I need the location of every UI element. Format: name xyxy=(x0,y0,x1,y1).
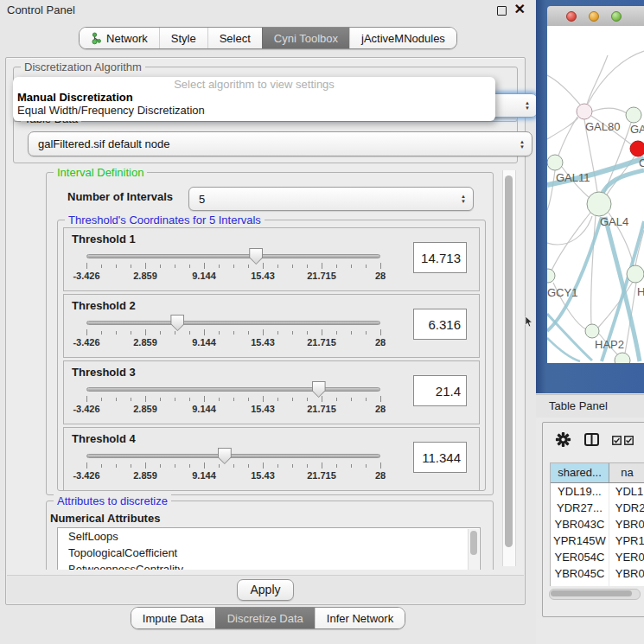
table-cell[interactable]: YBR045C xyxy=(551,565,609,582)
slider-track[interactable] xyxy=(86,454,380,458)
minimize-traffic-light-icon[interactable] xyxy=(589,11,599,22)
threshold-value-field[interactable]: 6.316 xyxy=(413,309,467,340)
split-panel-icon[interactable] xyxy=(584,433,599,449)
network-edge[interactable] xyxy=(547,170,555,210)
network-node-gal80[interactable] xyxy=(577,104,592,119)
tab-style[interactable]: Style xyxy=(159,28,207,48)
tick-label: -3.426 xyxy=(73,337,99,348)
table-data-combobox[interactable]: galFiltered.sif default node ▲▼ xyxy=(28,131,532,156)
network-edge[interactable] xyxy=(588,51,644,104)
table-cell[interactable]: YDR2 xyxy=(609,500,644,516)
column-header-na[interactable]: na xyxy=(609,463,644,482)
table-cell[interactable]: YER054C xyxy=(551,549,609,565)
network-edge[interactable] xyxy=(547,118,578,139)
main-vertical-scrollbar[interactable] xyxy=(502,170,516,566)
threshold-slider[interactable]: -3.4262.8599.14415.4321.71528 xyxy=(86,449,380,480)
threshold-slider[interactable]: -3.4262.8599.14415.4321.71528 xyxy=(86,382,380,413)
table-cell[interactable]: YPR1 xyxy=(609,532,644,549)
network-edge[interactable] xyxy=(592,108,627,113)
slider-tick-labels: -3.4262.8599.14415.4321.71528 xyxy=(86,271,380,281)
attribute-item-selfloops[interactable]: SelfLoops xyxy=(58,528,480,545)
dropdown-placeholder-item[interactable]: Select algorithm to view settings xyxy=(13,78,495,91)
tab-discretize-data[interactable]: Discretize Data xyxy=(215,608,315,628)
threshold-slider[interactable]: -3.4262.8599.14415.4321.71528 xyxy=(86,316,380,347)
number-of-intervals-combobox[interactable]: 5 ▲▼ xyxy=(188,187,474,211)
scrollbar-thumb[interactable] xyxy=(470,531,477,555)
checkbox-icon[interactable] xyxy=(624,435,634,448)
dropdown-option-equal-width[interactable]: Equal Width/Frequency Discretization xyxy=(13,104,495,117)
network-node-gal4[interactable] xyxy=(587,192,611,216)
list-vertical-scrollbar[interactable] xyxy=(468,529,479,570)
table-row[interactable]: YBL079WYBL0 xyxy=(551,582,644,586)
table-row[interactable]: YBR045CYBR0 xyxy=(551,565,644,582)
table-horizontal-scrollbar[interactable] xyxy=(549,589,641,600)
table-cell[interactable]: YDL1 xyxy=(609,483,644,500)
close-icon[interactable]: ✕ xyxy=(514,1,526,17)
table-cell[interactable]: YBR0 xyxy=(609,565,644,582)
slider-track[interactable] xyxy=(86,254,380,258)
slider-track[interactable] xyxy=(86,321,380,325)
tab-impute-data[interactable]: Impute Data xyxy=(131,608,215,628)
close-traffic-light-icon[interactable] xyxy=(566,11,577,22)
float-window-icon[interactable] xyxy=(497,6,507,16)
slider-track[interactable] xyxy=(86,387,380,392)
network-edge[interactable] xyxy=(547,75,580,105)
checkbox-icon[interactable] xyxy=(612,435,622,448)
numerical-attributes-list[interactable]: SelfLoopsTopologicalCoefficientBetweenne… xyxy=(57,527,481,570)
column-header-shared[interactable]: shared... xyxy=(551,463,609,482)
network-edge[interactable] xyxy=(587,55,608,105)
table-panel-titlebar: Table Panel xyxy=(536,394,644,418)
network-edge-highlighted[interactable] xyxy=(547,314,592,360)
table-cell[interactable]: YER0 xyxy=(609,549,644,565)
network-canvas[interactable]: GAL80GACGAL11GAL4GCY1HHAP2 xyxy=(547,26,644,363)
tick-mark xyxy=(145,263,146,269)
network-node-c[interactable] xyxy=(630,141,644,156)
tab-cyni-toolbox[interactable]: Cyni Toolbox xyxy=(262,28,349,48)
apply-row: Apply xyxy=(7,575,524,603)
table-cell[interactable]: YBL079W xyxy=(551,582,609,586)
gear-icon[interactable] xyxy=(555,431,571,450)
node-table: shared...na YDL19...YDL1YDR27...YDR2YBR0… xyxy=(550,462,644,586)
table-cell[interactable]: YBR0 xyxy=(609,516,644,532)
network-graph[interactable]: GAL80GACGAL11GAL4GCY1HHAP2 xyxy=(547,26,644,363)
network-node-gal11[interactable] xyxy=(547,155,563,170)
network-node-ga[interactable] xyxy=(626,107,641,123)
table-row[interactable]: YER054CYER0 xyxy=(551,549,644,565)
network-edge[interactable] xyxy=(558,117,577,156)
table-cell[interactable]: YPR145W xyxy=(551,532,609,549)
table-cell[interactable]: YDR27... xyxy=(551,500,609,516)
attribute-item-betweennesscentrality[interactable]: BetweennessCentrality xyxy=(58,561,480,570)
tab-select[interactable]: Select xyxy=(207,28,262,48)
apply-button[interactable]: Apply xyxy=(237,579,294,601)
tick-mark xyxy=(336,331,337,335)
network-node-h[interactable] xyxy=(627,265,644,283)
table-row[interactable]: YDL19...YDL1 xyxy=(551,483,644,500)
table-row[interactable]: YBR043CYBR0 xyxy=(551,516,644,532)
attribute-item-topologicalcoefficient[interactable]: TopologicalCoefficient xyxy=(58,545,480,561)
tab-infer-network[interactable]: Infer Network xyxy=(315,608,405,628)
network-node-hap2[interactable] xyxy=(585,324,599,338)
tab-jactivemnodules[interactable]: jActiveMNodules xyxy=(349,28,456,48)
scrollbar-thumb[interactable] xyxy=(551,590,632,596)
threshold-slider[interactable]: -3.4262.8599.14415.4321.71528 xyxy=(86,249,380,280)
dropdown-option-manual[interactable]: Manual Discretization xyxy=(13,91,495,104)
node-label-gal11: GAL11 xyxy=(556,171,590,184)
tab-label: Discretize Data xyxy=(227,612,303,625)
threshold-value-field[interactable]: 21.4 xyxy=(413,375,467,406)
control-panel-titlebar: Control Panel ✕ xyxy=(0,0,536,21)
tab-network[interactable]: Network xyxy=(80,28,159,48)
scrollbar-thumb[interactable] xyxy=(505,175,513,547)
table-row[interactable]: YPR145WYPR1 xyxy=(551,532,644,549)
table-cell[interactable]: YBL0 xyxy=(609,582,644,586)
network-window-titlebar[interactable] xyxy=(547,6,644,27)
table-cell[interactable]: YDL19... xyxy=(551,483,609,500)
table-cell[interactable]: YBR043C xyxy=(551,516,609,532)
threshold-value-field[interactable]: 11.344 xyxy=(413,442,467,473)
table-row[interactable]: YDR27...YDR2 xyxy=(551,500,644,516)
network-edge-highlighted[interactable] xyxy=(547,338,580,361)
network-edge[interactable] xyxy=(591,216,596,324)
tick-label: 15.43 xyxy=(251,271,275,281)
threshold-value-field[interactable]: 14.713 xyxy=(413,242,467,273)
zoom-traffic-light-icon[interactable] xyxy=(611,11,622,22)
network-node-gcy1[interactable] xyxy=(547,269,555,283)
